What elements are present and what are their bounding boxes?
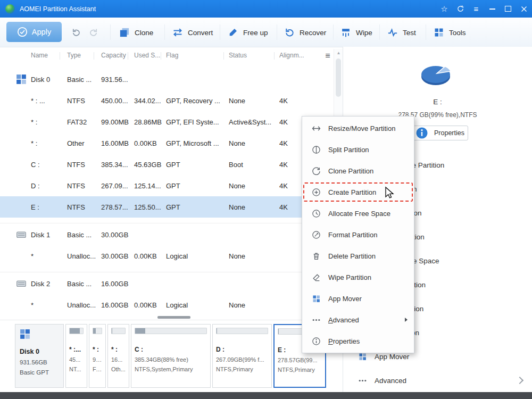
partition-fs: NTFS,Primary (278, 367, 322, 373)
menu-item-format-partition[interactable]: Format Partition (302, 224, 414, 245)
toolbar-separator (277, 24, 277, 40)
cell-alignment: 4K (279, 182, 288, 190)
menu-item-label: Create Partition (328, 188, 376, 196)
cell-type: NTFS (67, 203, 85, 211)
toolbar-item-free-up[interactable]: Free up (228, 26, 268, 39)
check-circle-icon (17, 27, 28, 37)
column-header-name[interactable]: Name (31, 52, 48, 59)
toolbar-item-label: Test (403, 29, 416, 37)
table-row-partition[interactable]: * : ... NTFS 450.00... 344.02... GPT, Re… (0, 90, 334, 111)
disk-capacity: 931.56GB (20, 359, 59, 365)
table-row-partition[interactable]: * : FAT32 99.00MB 28.86MB GPT, EFI Syste… (0, 111, 334, 132)
partition-name: * :... (69, 346, 84, 353)
cell-alignment: 4K (279, 203, 288, 211)
partition-capacity: 267.09GB(99% f... (216, 356, 268, 363)
redo-button[interactable] (87, 26, 101, 39)
sidebar-action-label: App Mover (375, 353, 409, 361)
column-header-used[interactable]: Used S... (134, 52, 160, 59)
app-mover-icon (358, 352, 367, 361)
cell-used: 344.02... (134, 97, 161, 105)
partition-block[interactable]: * : 99... FA... (89, 324, 106, 388)
cell-capacity: 267.09... (101, 182, 128, 190)
toolbar: Apply Clone Convert Free up Recover Wip (0, 18, 532, 47)
table-row-partition-c[interactable]: C : NTFS 385.34... 45.63GB GPT Boot 4K (0, 154, 334, 175)
column-header-flag[interactable]: Flag (166, 52, 178, 59)
hamburger-menu-icon[interactable]: ≡ (468, 0, 484, 18)
cell-used: 125.50... (134, 203, 161, 211)
column-header-type[interactable]: Type (67, 52, 81, 59)
table-row-disk2[interactable]: Disk 2 Basic ... 16.00GB (0, 273, 334, 294)
disk0-label-block[interactable]: Disk 0 931.56GB Basic GPT (15, 324, 64, 388)
toolbar-separator (110, 24, 111, 40)
toolbar-item-clone[interactable]: Clone (119, 26, 153, 39)
app-mover-icon (312, 294, 321, 303)
table-row-unallocated[interactable]: * Unalloc... 16.00GB 0.00KB Logical None (0, 294, 334, 315)
cell-used: 125.14... (134, 182, 161, 190)
toolbar-item-tools[interactable]: Tools (434, 26, 466, 39)
cell-flag: GPT (166, 203, 180, 211)
toolbar-item-recover[interactable]: Recover (284, 26, 326, 39)
column-separator (223, 52, 224, 60)
menu-item-label: Clone Partition (328, 167, 373, 175)
refresh-icon[interactable] (452, 0, 468, 18)
apply-button[interactable]: Apply (6, 22, 62, 42)
disk-strip: Disk 0 931.56GB Basic GPT * :... 45... N… (0, 320, 343, 393)
cell-name: Disk 1 (31, 231, 50, 239)
partition-block[interactable]: * :... 45... NT... (65, 324, 87, 388)
menu-item-split-partition[interactable]: Split Partition (302, 139, 414, 160)
minimize-button[interactable] (484, 0, 500, 18)
column-config-icon[interactable]: ≡ (321, 49, 334, 62)
menu-item-app-mover[interactable]: App Mover (302, 288, 414, 309)
toolbar-item-test[interactable]: Test (387, 26, 416, 39)
maximize-button[interactable] (500, 0, 516, 18)
menu-item-delete-partition[interactable]: Delete Partition (302, 245, 414, 267)
menu-item-clone-partition[interactable]: Clone Partition (302, 160, 414, 181)
table-row-partition-e-selected[interactable]: E : NTFS 278.57... 125.50... GPT None 4K (0, 196, 334, 218)
cell-type: NTFS (67, 182, 85, 190)
cell-flag: Logical (166, 301, 188, 309)
table-row-disk0[interactable]: Disk 0 Basic ... 931.56... (0, 69, 334, 90)
menu-item-label: Resize/Move Partition (328, 124, 395, 132)
column-header-alignment[interactable]: Alignm... (279, 52, 304, 59)
menu-item-create-partition[interactable]: Create Partition (302, 181, 414, 203)
toolbar-item-convert[interactable]: Convert (172, 26, 213, 39)
undo-button[interactable] (69, 26, 83, 39)
close-button[interactable] (516, 0, 532, 18)
menu-item-properties[interactable]: Properties (302, 330, 414, 352)
properties-button[interactable]: Properties (410, 126, 468, 140)
context-menu: Resize/Move Partition Split Partition Cl… (302, 116, 414, 353)
column-header-capacity[interactable]: Capacity (101, 52, 126, 59)
menu-item-label: Split Partition (328, 146, 369, 154)
favorite-star-icon[interactable]: ☆ (436, 0, 452, 18)
vertical-scroll-thumb[interactable] (336, 59, 341, 97)
table-row-partition[interactable]: * : Other 16.00MB 0.00KB GPT, Microsoft … (0, 132, 334, 154)
menu-item-allocate-free-space[interactable]: Allocate Free Space (302, 203, 414, 224)
column-separator (128, 52, 128, 60)
menu-item-label: Delete Partition (328, 252, 376, 260)
usage-bar (93, 328, 102, 334)
cell-used: 45.63GB (134, 161, 161, 169)
cell-capacity: 931.56... (101, 76, 128, 84)
table-row-disk1[interactable]: Disk 1 Basic ... 30.00GB (0, 224, 334, 245)
menu-item-wipe-partition[interactable]: Wipe Partition (302, 267, 414, 288)
sidebar-action-advanced[interactable]: Advanced (343, 369, 532, 392)
menu-item-advanced[interactable]: Advanced (302, 309, 414, 330)
disk-icon (16, 229, 27, 240)
cell-status: None (229, 301, 245, 309)
toolbar-item-wipe[interactable]: Wipe (340, 26, 372, 39)
partition-block-d[interactable]: D : 267.09GB(99% f... NTFS,Primary (212, 324, 272, 388)
cell-capacity: 385.34... (101, 161, 128, 169)
partition-block-c[interactable]: C : 385.34GB(88% free) NTFS,System,Prima… (131, 324, 211, 388)
bottom-horizontal-scrollbar[interactable] (0, 392, 532, 399)
table-row-partition-d[interactable]: D : NTFS 267.09... 125.14... GPT None 4K (0, 175, 334, 196)
table-row-unallocated[interactable]: * Unalloc... 30.00GB 0.00KB Logical None (0, 245, 334, 267)
scroll-up-arrow[interactable]: ▲ (334, 49, 343, 57)
cell-capacity: 16.00MB (101, 139, 129, 147)
clone-partition-icon (312, 167, 321, 176)
column-header-status[interactable]: Status (229, 52, 247, 59)
usage-pie-chart (418, 62, 456, 89)
menu-item-resize-move-partition[interactable]: Resize/Move Partition (302, 118, 414, 139)
horizontal-scroll-thumb[interactable] (157, 316, 190, 319)
partition-block[interactable]: * : 16... Oth... (107, 324, 129, 388)
toolbar-separator (426, 24, 426, 40)
